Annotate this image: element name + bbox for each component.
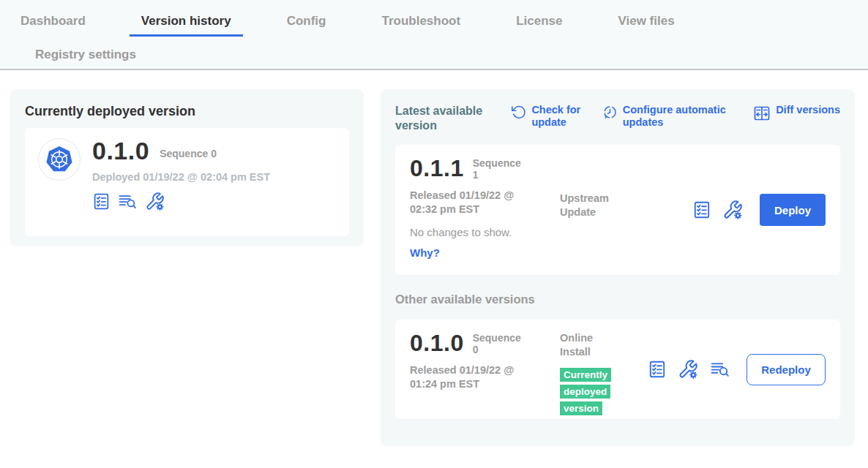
diff-versions-link[interactable]: Diff versions: [753, 104, 840, 125]
edit-config-icon[interactable]: [145, 192, 165, 211]
other-available-versions-heading: Other available versions: [395, 292, 840, 306]
other-source-column: Online Install Currently deployed versio…: [560, 331, 633, 407]
latest-sequence-label: Sequence 1: [473, 157, 527, 181]
refresh-arrow-icon: [511, 104, 526, 123]
why-link[interactable]: Why?: [410, 246, 440, 259]
top-navigation: Dashboard Version history Config Trouble…: [0, 0, 868, 70]
preflight-checklist-icon[interactable]: [92, 192, 111, 211]
edit-config-icon[interactable]: [722, 200, 743, 220]
latest-version-actions: Deploy: [692, 194, 826, 226]
kubernetes-logo: [38, 138, 81, 181]
deployed-version-number: 0.1.0: [92, 138, 149, 163]
other-version-card: 0.1.0 Sequence 0 Released 01/19/22 @ 01:…: [395, 320, 840, 419]
tab-troubleshoot[interactable]: Troubleshoot: [370, 9, 472, 37]
clock-refresh-icon: [602, 104, 618, 123]
currently-deployed-badge-text: Currently deployed version: [560, 368, 611, 415]
nav-row-2: Registry settings: [0, 37, 868, 66]
latest-source-column: Upstream Update: [560, 156, 633, 263]
no-changes-note: No changes to show.: [410, 226, 560, 238]
latest-version-number: 0.1.1: [410, 156, 464, 180]
deployed-version-info: 0.1.0 Sequence 0 Deployed 01/19/22 @ 02:…: [92, 138, 270, 226]
tab-license[interactable]: License: [504, 9, 574, 37]
diff-columns-icon: [753, 104, 771, 125]
preflight-checklist-icon[interactable]: [648, 360, 667, 379]
nav-row-1: Dashboard Version history Config Trouble…: [0, 0, 868, 37]
other-released-timestamp: Released 01/19/22 @ 01:24 pm EST: [410, 363, 540, 391]
view-logs-icon[interactable]: [709, 360, 731, 379]
deploy-button[interactable]: Deploy: [760, 194, 826, 226]
other-version-number: 0.1.0: [410, 331, 464, 355]
tab-view-files[interactable]: View files: [606, 9, 686, 37]
other-source-label: Online Install: [560, 331, 618, 359]
currently-deployed-panel: Currently deployed version 0.1.0: [10, 89, 364, 246]
latest-source-label: Upstream Update: [560, 192, 618, 219]
diff-versions-label: Diff versions: [776, 104, 840, 116]
edit-config-icon[interactable]: [678, 359, 698, 380]
other-version-actions: Redeploy: [648, 354, 826, 385]
configure-automatic-updates-link[interactable]: Configure automatic updates: [602, 104, 740, 129]
available-versions-header: Latest available version Check for updat…: [395, 104, 840, 133]
check-for-update-label: Check for update: [531, 104, 588, 129]
other-version-info: 0.1.0 Sequence 0 Released 01/19/22 @ 01:…: [410, 331, 560, 407]
other-sequence-label: Sequence 0: [473, 332, 527, 355]
tab-version-history[interactable]: Version history: [130, 9, 243, 37]
currently-deployed-title: Currently deployed version: [25, 104, 349, 119]
tab-dashboard[interactable]: Dashboard: [9, 9, 97, 37]
currently-deployed-badge: Currently deployed version: [560, 366, 617, 417]
preflight-checklist-icon[interactable]: [692, 200, 711, 219]
tab-config[interactable]: Config: [275, 9, 338, 37]
deployed-version-card: 0.1.0 Sequence 0 Deployed 01/19/22 @ 02:…: [25, 128, 349, 236]
redeploy-button[interactable]: Redeploy: [747, 354, 826, 385]
configure-automatic-updates-label: Configure automatic updates: [623, 104, 740, 129]
latest-version-info: 0.1.1 Sequence 1 Released 01/19/22 @ 02:…: [410, 156, 560, 263]
tab-registry-settings[interactable]: Registry settings: [23, 42, 148, 66]
deployed-sequence-label: Sequence 0: [160, 148, 217, 163]
view-logs-icon[interactable]: [117, 192, 138, 211]
check-for-update-link[interactable]: Check for update: [511, 104, 588, 129]
deployed-timestamp: Deployed 01/19/22 @ 02:04 pm EST: [92, 171, 270, 183]
available-versions-panel: Latest available version Check for updat…: [381, 89, 855, 446]
latest-version-card: 0.1.1 Sequence 1 Released 01/19/22 @ 02:…: [395, 145, 840, 275]
latest-available-title: Latest available version: [395, 104, 498, 133]
latest-released-timestamp: Released 01/19/22 @ 02:32 pm EST: [410, 189, 540, 216]
